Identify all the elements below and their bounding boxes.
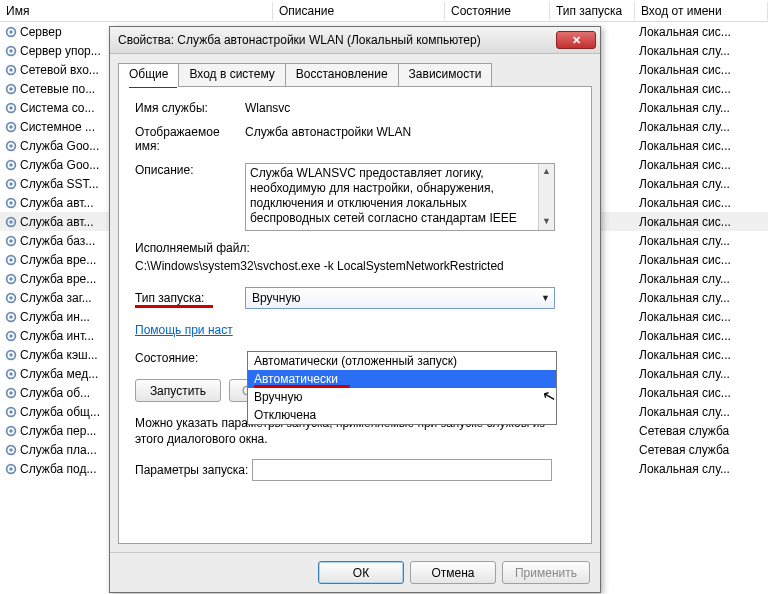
description-scrollbar[interactable]: ▲ ▼: [538, 164, 554, 230]
value-service-name: Wlansvc: [245, 101, 575, 115]
gear-icon: [4, 215, 18, 229]
label-exe-path: Исполняемый файл:: [135, 241, 575, 255]
service-name: Служба баз...: [20, 234, 95, 248]
startup-params-input[interactable]: [252, 459, 552, 481]
service-logon: Локальная слу...: [635, 234, 768, 248]
gear-icon: [4, 82, 18, 96]
scroll-up-icon[interactable]: ▲: [539, 164, 554, 180]
service-logon: Локальная слу...: [635, 272, 768, 286]
service-logon: Сетевая служба: [635, 443, 768, 457]
service-name: Служба вре...: [20, 253, 96, 267]
gear-icon: [4, 25, 18, 39]
service-properties-dialog: Свойства: Служба автонастройки WLAN (Лок…: [109, 26, 601, 593]
svg-point-1: [9, 30, 13, 34]
gear-icon: [4, 196, 18, 210]
col-desc[interactable]: Описание: [273, 2, 445, 20]
help-link[interactable]: Помощь при наст: [135, 323, 233, 337]
svg-point-43: [9, 429, 13, 433]
svg-point-21: [9, 220, 13, 224]
value-description: Служба WLANSVC предоставляет логику, нео…: [250, 166, 517, 225]
service-logon: Локальная слу...: [635, 291, 768, 305]
service-name: Служба мед...: [20, 367, 98, 381]
service-logon: Локальная сис...: [635, 386, 768, 400]
gear-icon: [4, 177, 18, 191]
start-button[interactable]: Запустить: [135, 379, 221, 402]
dialog-title: Свойства: Служба автонастройки WLAN (Лок…: [118, 33, 556, 47]
service-logon: Локальная слу...: [635, 405, 768, 419]
svg-point-47: [9, 467, 13, 471]
gear-icon: [4, 310, 18, 324]
description-box[interactable]: Служба WLANSVC предоставляет логику, нео…: [245, 163, 555, 231]
label-startup-type: Тип запуска:: [135, 291, 245, 305]
svg-point-25: [9, 258, 13, 262]
gear-icon: [4, 158, 18, 172]
gear-icon: [4, 253, 18, 267]
gear-icon: [4, 443, 18, 457]
apply-button: Применить: [502, 561, 590, 584]
service-logon: Локальная сис...: [635, 139, 768, 153]
gear-icon: [4, 101, 18, 115]
svg-point-39: [9, 391, 13, 395]
startup-option[interactable]: Автоматически (отложенный запуск): [248, 352, 556, 370]
gear-icon: [4, 405, 18, 419]
svg-point-15: [9, 163, 13, 167]
col-state[interactable]: Состояние: [445, 2, 550, 20]
service-logon: Локальная сис...: [635, 63, 768, 77]
scroll-down-icon[interactable]: ▼: [539, 214, 554, 230]
tab-general[interactable]: Общие: [118, 63, 179, 87]
col-start[interactable]: Тип запуска: [550, 2, 635, 20]
gear-icon: [4, 234, 18, 248]
service-name: Служба об...: [20, 386, 90, 400]
service-name: Служба ин...: [20, 310, 90, 324]
col-name[interactable]: Имя: [0, 2, 273, 20]
svg-point-13: [9, 144, 13, 148]
service-name: Сервер: [20, 25, 62, 39]
startup-option[interactable]: Отключена: [248, 406, 556, 424]
service-logon: Локальная сис...: [635, 215, 768, 229]
startup-option[interactable]: Вручную: [248, 388, 556, 406]
service-logon: Локальная сис...: [635, 82, 768, 96]
service-logon: Локальная сис...: [635, 25, 768, 39]
service-name: Служба под...: [20, 462, 96, 476]
svg-point-37: [9, 372, 13, 376]
svg-point-7: [9, 87, 13, 91]
annotation-underline: [135, 305, 213, 308]
dialog-footer: ОК Отмена Применить: [110, 552, 600, 592]
service-name: Служба кэш...: [20, 348, 98, 362]
svg-point-5: [9, 68, 13, 72]
gear-icon: [4, 120, 18, 134]
service-logon: Локальная сис...: [635, 253, 768, 267]
tab-logon[interactable]: Вход в систему: [178, 63, 285, 87]
cancel-button[interactable]: Отмена: [410, 561, 496, 584]
startup-type-dropdown[interactable]: Автоматически (отложенный запуск) Автома…: [247, 351, 557, 425]
gear-icon: [4, 272, 18, 286]
tab-recovery[interactable]: Восстановление: [285, 63, 399, 87]
label-service-name: Имя службы:: [135, 101, 245, 115]
svg-point-29: [9, 296, 13, 300]
service-name: Служба авт...: [20, 215, 94, 229]
annotation-underline: [254, 385, 350, 388]
startup-option[interactable]: Автоматически: [248, 370, 556, 388]
service-name: Система со...: [20, 101, 94, 115]
tab-deps[interactable]: Зависимости: [398, 63, 493, 87]
close-icon: ✕: [572, 34, 581, 47]
service-logon: Локальная слу...: [635, 44, 768, 58]
service-logon: Локальная сис...: [635, 196, 768, 210]
label-display-name: Отображаемое имя:: [135, 125, 245, 153]
service-name: Служба вре...: [20, 272, 96, 286]
ok-button[interactable]: ОК: [318, 561, 404, 584]
dialog-titlebar[interactable]: Свойства: Служба автонастройки WLAN (Лок…: [110, 27, 600, 54]
service-logon: Локальная сис...: [635, 158, 768, 172]
service-name: Сетевой вхо...: [20, 63, 99, 77]
close-button[interactable]: ✕: [556, 31, 596, 49]
service-logon: Сетевая служба: [635, 424, 768, 438]
startup-type-combo[interactable]: Вручную ▼: [245, 287, 555, 309]
services-list-header: Имя Описание Состояние Тип запуска Вход …: [0, 0, 768, 22]
gear-icon: [4, 462, 18, 476]
svg-point-31: [9, 315, 13, 319]
svg-point-41: [9, 410, 13, 414]
service-name: Служба пла...: [20, 443, 97, 457]
svg-point-35: [9, 353, 13, 357]
col-logon[interactable]: Вход от имени: [635, 2, 768, 20]
svg-point-11: [9, 125, 13, 129]
